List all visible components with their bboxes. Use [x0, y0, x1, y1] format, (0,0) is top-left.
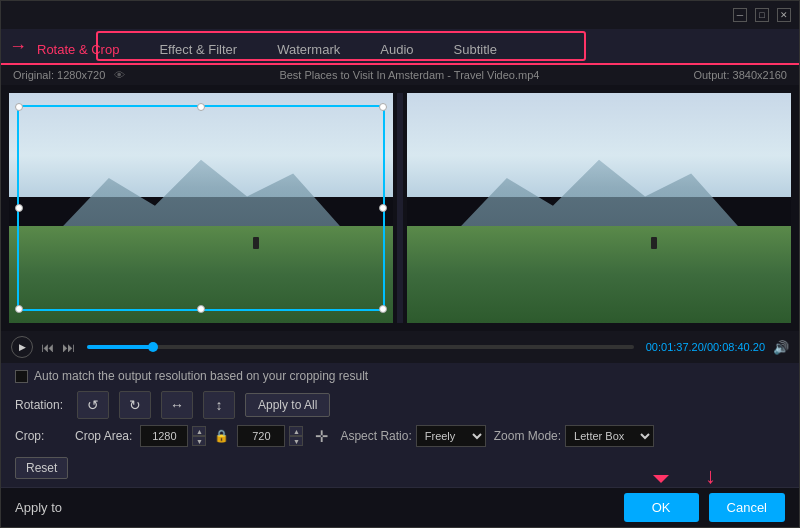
volume-icon[interactable]: 🔊: [773, 340, 789, 355]
bottom-bar: Apply to ↓ OK Cancel: [1, 487, 799, 527]
progress-fill: [87, 345, 153, 349]
tab-subtitle[interactable]: Subtitle: [434, 36, 517, 65]
title-bar: ─ □ ✕: [1, 1, 799, 29]
progress-track[interactable]: [87, 345, 634, 349]
prev-frame-button[interactable]: ⏮: [41, 340, 54, 355]
crop-area-label: Crop Area:: [75, 429, 132, 443]
auto-match-checkbox[interactable]: [15, 370, 28, 383]
apply-all-button[interactable]: Apply to All: [245, 393, 330, 417]
crop-handle-mr[interactable]: [379, 204, 387, 212]
crop-width-down[interactable]: ▼: [192, 436, 206, 446]
crop-height-input[interactable]: [237, 425, 285, 447]
reset-button[interactable]: Reset: [15, 457, 68, 479]
rotate-cw-button[interactable]: ↻: [119, 391, 151, 419]
lock-icon[interactable]: 🔒: [214, 429, 229, 443]
progress-thumb[interactable]: [148, 342, 158, 352]
zoom-mode-label: Zoom Mode:: [494, 429, 561, 443]
aspect-ratio-label: Aspect Ratio:: [340, 429, 411, 443]
time-display: 00:01:37.20/00:08:40.20: [646, 341, 765, 353]
window-controls: ─ □ ✕: [733, 8, 791, 22]
filename: Best Places to Visit In Amsterdam - Trav…: [279, 69, 539, 81]
close-button[interactable]: ✕: [777, 8, 791, 22]
flip-h-button[interactable]: ↔: [161, 391, 193, 419]
crop-width-up[interactable]: ▲: [192, 426, 206, 436]
minimize-button[interactable]: ─: [733, 8, 747, 22]
playback-bar: ▶ ⏮ ⏭ 00:01:37.20/00:08:40.20 🔊: [1, 331, 799, 363]
play-button[interactable]: ▶: [11, 336, 33, 358]
output-video-panel: [407, 93, 791, 323]
auto-match-label: Auto match the output resolution based o…: [34, 369, 368, 383]
output-ground-bg: [407, 226, 791, 323]
tab-watermark[interactable]: Watermark: [257, 36, 360, 65]
figure-silhouette: [253, 237, 259, 249]
video-info-bar: Original: 1280x720 👁 Best Places to Visi…: [1, 65, 799, 85]
original-res: Original: 1280x720 👁: [13, 69, 125, 81]
output-figure: [651, 237, 657, 249]
main-window: ─ □ ✕ → Rotate & Crop Effect & Filter Wa…: [0, 0, 800, 528]
rotation-label: Rotation:: [15, 398, 67, 412]
zoom-mode-select[interactable]: Letter Box Pan & Scan Full: [565, 425, 654, 447]
video-panels: [1, 85, 799, 331]
ground-bg: [9, 226, 393, 323]
original-video-panel: [9, 93, 393, 323]
apply-to-label: Apply to: [15, 500, 62, 515]
video-area: Original: 1280x720 👁 Best Places to Visi…: [1, 65, 799, 363]
maximize-button[interactable]: □: [755, 8, 769, 22]
crop-handle-ml[interactable]: [15, 204, 23, 212]
tab-effect-filter[interactable]: Effect & Filter: [139, 36, 257, 65]
tab-bar: → Rotate & Crop Effect & Filter Watermar…: [1, 29, 799, 65]
aspect-ratio-group: Aspect Ratio: Freely 16:9 4:3 1:1: [340, 425, 485, 447]
cancel-button[interactable]: Cancel: [709, 493, 785, 522]
rotate-ccw-button[interactable]: ↺: [77, 391, 109, 419]
crop-label: Crop:: [15, 429, 67, 443]
crop-height-down[interactable]: ▼: [289, 436, 303, 446]
tab-audio[interactable]: Audio: [360, 36, 433, 65]
tab-rotate-crop[interactable]: Rotate & Crop: [17, 36, 139, 65]
controls-area: Auto match the output resolution based o…: [1, 363, 799, 487]
flip-v-button[interactable]: ↕: [203, 391, 235, 419]
crop-row: Crop: Crop Area: ▲ ▼ 🔒 ▲ ▼ ✛ Aspect Rat: [15, 425, 785, 447]
zoom-mode-group: Zoom Mode: Letter Box Pan & Scan Full: [494, 425, 654, 447]
next-frame-button[interactable]: ⏭: [62, 340, 75, 355]
aspect-ratio-select[interactable]: Freely 16:9 4:3 1:1: [416, 425, 486, 447]
crop-width-input[interactable]: [140, 425, 188, 447]
output-res: Output: 3840x2160: [693, 69, 787, 81]
crop-height-input-group: ▲ ▼: [237, 425, 303, 447]
ok-button[interactable]: OK: [624, 493, 699, 522]
video-divider: [397, 93, 403, 323]
crop-height-spinner: ▲ ▼: [289, 426, 303, 446]
rotation-row: Rotation: ↺ ↻ ↔ ↕ Apply to All: [15, 391, 785, 419]
crop-height-up[interactable]: ▲: [289, 426, 303, 436]
crop-width-spinner: ▲ ▼: [192, 426, 206, 446]
tab-arrow-indicator: →: [9, 37, 27, 55]
crop-width-input-group: ▲ ▼: [140, 425, 206, 447]
ok-arrow-indicator: ↓: [705, 465, 716, 487]
eye-icon[interactable]: 👁: [114, 69, 125, 81]
auto-match-row: Auto match the output resolution based o…: [15, 369, 785, 383]
move-icon[interactable]: ✛: [315, 427, 328, 446]
